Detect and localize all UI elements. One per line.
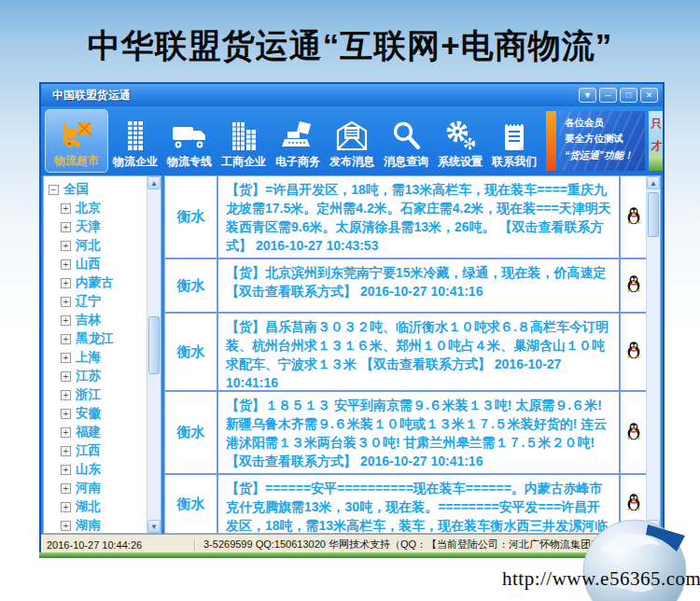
window-controls: ▼ ─ □ ✕ bbox=[579, 88, 658, 103]
tree-item[interactable]: +内蒙古 bbox=[49, 273, 147, 292]
tree-item-label: 天津 bbox=[76, 218, 101, 235]
toolbar-item-buildings[interactable]: 工商企业 bbox=[217, 109, 271, 173]
message-cell: 【货】北京滨州到东莞南宁要15米冷藏，绿通，现在装，价高速定 【双击查看联系方式… bbox=[218, 259, 621, 312]
toolbar-item-building[interactable]: 物流企业 bbox=[108, 109, 162, 173]
promo-line: 各位会员 bbox=[565, 115, 641, 131]
tree-item[interactable]: +河南 bbox=[49, 479, 147, 497]
tree-item[interactable]: +江西 bbox=[49, 441, 147, 460]
table-row[interactable]: 衡水【货】１８５１３ 安平到南京需９.６米装１３吨! 太原需９.６米! 新疆乌鲁… bbox=[165, 392, 646, 475]
qq-cell bbox=[621, 176, 646, 258]
status-separator bbox=[194, 538, 196, 552]
qq-penguin-icon[interactable] bbox=[626, 206, 641, 229]
plus-box-icon[interactable]: + bbox=[61, 203, 71, 214]
freight-message: 【货】======安平==========现在装车======。内蒙古赤峰市克什… bbox=[226, 481, 608, 533]
promo-line: “货运通”功能！ bbox=[565, 147, 641, 163]
tree-item-label: 山东 bbox=[76, 461, 101, 478]
envelope-icon bbox=[335, 118, 369, 151]
table-row[interactable]: 衡水【货】=许昌开发区，18吨，需13米高栏车，现在装车====重庆九龙坡需17… bbox=[165, 176, 646, 259]
main-toolbar: 物流超市物流企业物流专线工商企业电子商务发布消息消息查询系统设置联系我们 各位会… bbox=[41, 106, 663, 175]
qq-cell bbox=[621, 259, 646, 312]
forklift-icon bbox=[59, 117, 94, 150]
toolbar-item-ecommerce[interactable]: 电子商务 bbox=[271, 109, 325, 173]
tree-item[interactable]: +江苏 bbox=[49, 367, 147, 385]
scroll-down-icon[interactable]: ▼ bbox=[147, 520, 161, 533]
tree-item[interactable]: +湖北 bbox=[49, 497, 147, 516]
tree-item[interactable]: +河北 bbox=[49, 236, 147, 255]
tree-item[interactable]: +山东 bbox=[49, 460, 147, 479]
tree-root[interactable]: −全国 bbox=[49, 180, 147, 199]
plus-box-icon[interactable]: + bbox=[61, 297, 71, 307]
toolbar-item-envelope[interactable]: 发布消息 bbox=[325, 109, 379, 173]
toolbar-item-label: 工商企业 bbox=[221, 154, 266, 170]
plus-box-icon[interactable]: + bbox=[61, 427, 71, 438]
app-window: 中国联盟货运通 ▼ ─ □ ✕ 物流超市物流企业物流专线工商企业电子商务发布消息… bbox=[39, 82, 665, 552]
table-row[interactable]: 衡水【货】北京滨州到东莞南宁要15米冷藏，绿通，现在装，价高速定 【双击查看联系… bbox=[165, 259, 646, 314]
tree-item[interactable]: +福建 bbox=[49, 423, 147, 441]
plus-box-icon[interactable]: + bbox=[61, 353, 71, 363]
page: 中华联盟货运通“互联网+电商物流” 中国联盟货运通 ▼ ─ □ ✕ 物流超市物流… bbox=[0, 0, 700, 601]
tree-scrollbar[interactable]: ▲ ▼ bbox=[147, 176, 161, 533]
tree-item[interactable]: +浙江 bbox=[49, 385, 147, 404]
building-icon bbox=[121, 118, 149, 151]
plus-box-icon[interactable]: + bbox=[61, 502, 71, 512]
ecommerce-icon bbox=[281, 118, 315, 151]
qq-penguin-icon[interactable] bbox=[626, 274, 641, 297]
qq-penguin-icon[interactable] bbox=[626, 341, 641, 363]
scroll-up-icon[interactable]: ▲ bbox=[147, 176, 161, 189]
qq-penguin-icon[interactable] bbox=[626, 422, 641, 444]
plus-box-icon[interactable]: + bbox=[61, 446, 71, 456]
qq-cell bbox=[621, 314, 646, 390]
tree-item-label: 内蒙古 bbox=[76, 274, 114, 291]
minimize-button[interactable]: ─ bbox=[599, 88, 617, 103]
tree-item-label: 山西 bbox=[76, 256, 101, 273]
tree-item[interactable]: +湖南 bbox=[49, 516, 147, 533]
tree-item[interactable]: +天津 bbox=[49, 217, 147, 236]
tree-item[interactable]: +安徽 bbox=[49, 404, 147, 423]
plus-box-icon[interactable]: + bbox=[61, 259, 71, 270]
toolbar-item-label: 系统设置 bbox=[438, 154, 483, 170]
toolbar-item-label: 物流专线 bbox=[167, 154, 212, 170]
tree-item[interactable]: +吉林 bbox=[49, 311, 147, 329]
plus-box-icon[interactable]: + bbox=[61, 222, 71, 232]
close-button[interactable]: ✕ bbox=[640, 88, 658, 103]
plus-box-icon[interactable]: + bbox=[61, 465, 71, 475]
plus-box-icon[interactable]: + bbox=[61, 521, 71, 531]
minus-box-icon[interactable]: − bbox=[49, 185, 59, 195]
maximize-button[interactable]: □ bbox=[620, 88, 637, 103]
tree-item[interactable]: +山西 bbox=[49, 255, 147, 273]
plus-box-icon[interactable]: + bbox=[61, 483, 71, 494]
message-cell: 【货】昌乐莒南３０３２吨、临沂衡水１０吨求６.８高栏车今订明装、杭州台州求１３１… bbox=[218, 314, 621, 390]
origin-cell: 衡水 bbox=[165, 392, 218, 473]
toolbar-item-label: 消息查询 bbox=[384, 154, 428, 170]
tree-item[interactable]: +上海 bbox=[49, 348, 147, 367]
promo-side-char: 才 bbox=[651, 138, 663, 154]
toolbar-item-search[interactable]: 消息查询 bbox=[379, 109, 433, 173]
table-scrollbar[interactable]: ▲ ▼ bbox=[646, 176, 660, 533]
tree-item[interactable]: +辽宁 bbox=[49, 292, 147, 311]
plus-box-icon[interactable]: + bbox=[61, 334, 71, 344]
plus-box-icon[interactable]: + bbox=[61, 409, 71, 419]
plus-box-icon[interactable]: + bbox=[61, 278, 71, 288]
buildings-icon bbox=[228, 118, 259, 151]
toolbar-item-forklift[interactable]: 物流超市 bbox=[45, 109, 108, 173]
toolbar-item-gear[interactable]: 系统设置 bbox=[433, 109, 487, 173]
tree-item[interactable]: +黑龙江 bbox=[49, 329, 147, 348]
scroll-up-icon[interactable]: ▲ bbox=[647, 176, 660, 189]
table-row[interactable]: 衡水【货】昌乐莒南３０３２吨、临沂衡水１０吨求６.８高栏车今订明装、杭州台州求１… bbox=[165, 314, 646, 392]
toolbar-item-contact-notepad[interactable]: 联系我们 bbox=[487, 109, 541, 173]
origin-cell: 衡水 bbox=[165, 314, 218, 390]
plus-box-icon[interactable]: + bbox=[61, 241, 71, 251]
plus-box-icon[interactable]: + bbox=[61, 390, 71, 400]
plus-box-icon[interactable]: + bbox=[61, 315, 71, 326]
contact-notepad-icon bbox=[498, 118, 530, 151]
tree-item-label: 福建 bbox=[76, 424, 101, 440]
plus-box-icon[interactable]: + bbox=[61, 371, 71, 382]
promo-side-char: 只 bbox=[651, 116, 663, 132]
toolbar-item-label: 发布消息 bbox=[329, 154, 374, 170]
toolbar-item-truck[interactable]: 物流专线 bbox=[162, 109, 217, 173]
tree-scrollbar-thumb[interactable] bbox=[148, 316, 160, 374]
window-content: −全国+北京+天津+河北+山西+内蒙古+辽宁+吉林+黑龙江+上海+江苏+浙江+安… bbox=[41, 175, 663, 534]
tree-item[interactable]: +北京 bbox=[49, 199, 147, 217]
table-scrollbar-thumb[interactable] bbox=[648, 192, 659, 237]
rollup-button[interactable]: ▼ bbox=[579, 88, 596, 103]
